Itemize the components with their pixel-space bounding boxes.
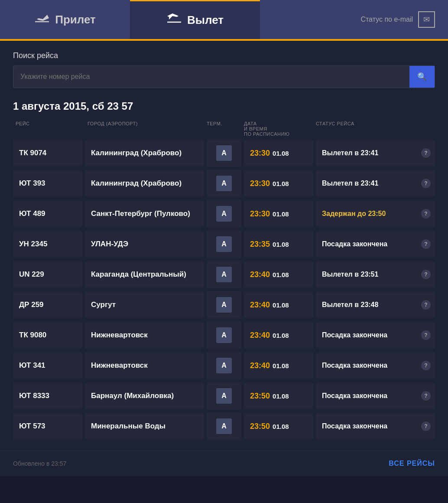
table-row[interactable]: ЮТ 393 Калининград (Храброво) A 23:30 01…: [13, 170, 435, 197]
status-question-icon[interactable]: ?: [421, 148, 431, 158]
table-row[interactable]: ТК 9080 Нижневартовск A 23:40 01.08 Поса…: [13, 321, 435, 349]
th-flight: РЕЙС: [16, 121, 85, 137]
table-headers: РЕЙС ГОРОД (АЭРОПОРТ) ТЕРМ. ДАТА И ВРЕМЯ…: [13, 121, 435, 139]
tab-departure[interactable]: Вылет: [130, 0, 260, 39]
flight-status: Вылетел в 23:48 ?: [316, 292, 435, 318]
tab-departure-label: Вылет: [187, 13, 224, 27]
flight-number: ЮТ 8333: [13, 383, 82, 409]
email-icon: ✉: [418, 11, 435, 28]
flight-city: Нижневартовск: [85, 322, 204, 348]
time-date: 01.08: [273, 332, 289, 339]
flight-terminal: A: [207, 170, 241, 197]
flight-status: Посадка закончена ?: [316, 383, 435, 409]
flight-terminal: A: [207, 382, 241, 410]
table-row[interactable]: UN 229 Караганда (Центральный) A 23:40 0…: [13, 261, 435, 288]
th-time: ДАТА И ВРЕМЯ по расписанию: [244, 121, 313, 137]
flight-number: УН 2345: [13, 231, 82, 257]
time-value: 23:30: [250, 209, 270, 219]
email-status[interactable]: Статус по e-mail ✉: [360, 0, 448, 39]
flight-status: Посадка закончена ?: [316, 413, 435, 439]
flight-city: Караганда (Центральный): [85, 261, 204, 287]
time-value: 23:40: [250, 361, 270, 370]
terminal-badge: A: [216, 388, 232, 404]
date-heading: 1 августа 2015, сб 23 57: [13, 100, 435, 112]
flight-number: ЮТ 393: [13, 170, 82, 196]
time-value: 23:40: [250, 331, 270, 340]
status-question-icon[interactable]: ?: [421, 239, 431, 249]
tab-arrival[interactable]: Прилет: [0, 0, 130, 39]
flight-number: ТК 9080: [13, 322, 82, 348]
flight-terminal: A: [207, 412, 241, 440]
table-row[interactable]: ЮТ 489 Санкт-Петербург (Пулково) A 23:30…: [13, 200, 435, 228]
flight-number: ДР 259: [13, 292, 82, 318]
table-row[interactable]: ЮТ 573 Минеральные Воды A 23:50 01.08 По…: [13, 412, 435, 440]
flight-status: Посадка закончена ?: [316, 231, 435, 257]
status-question-icon[interactable]: ?: [421, 391, 431, 401]
flight-number: ЮТ 341: [13, 353, 82, 379]
flight-terminal: A: [207, 352, 241, 379]
status-question-icon[interactable]: ?: [421, 361, 431, 370]
status-question-icon[interactable]: ?: [421, 421, 431, 431]
search-button[interactable]: 🔍: [409, 66, 435, 88]
time-date: 01.08: [273, 241, 289, 248]
flight-terminal: A: [207, 291, 241, 319]
flight-time: 23:40 01.08: [244, 353, 313, 379]
flight-time: 23:30 01.08: [244, 170, 313, 196]
time-value: 23:30: [250, 179, 270, 188]
status-question-icon[interactable]: ?: [421, 209, 431, 219]
flight-time: 23:40 01.08: [244, 322, 313, 348]
time-date: 01.08: [273, 392, 289, 400]
flight-number: ЮТ 573: [13, 413, 82, 439]
terminal-badge: A: [216, 176, 232, 191]
main-content: Поиск рейса 🔍 1 августа 2015, сб 23 57 Р…: [0, 41, 448, 451]
terminal-badge: A: [216, 267, 232, 282]
flight-city: Калининград (Храброво): [85, 170, 204, 196]
flight-city: Калининград (Храброво): [85, 140, 204, 166]
status-question-icon[interactable]: ?: [421, 179, 431, 188]
all-flights-button[interactable]: ВСЕ РЕЙСЫ: [389, 460, 435, 467]
table-row[interactable]: ЮТ 8333 Барнаул (Михайловка) A 23:50 01.…: [13, 382, 435, 410]
time-date: 01.08: [273, 210, 289, 218]
th-terminal: ТЕРМ.: [207, 121, 241, 137]
flight-terminal: A: [207, 200, 241, 228]
flight-terminal: A: [207, 230, 241, 258]
email-status-label: Статус по e-mail: [360, 16, 413, 23]
th-time-line3: по расписанию: [244, 131, 289, 137]
table-row[interactable]: ДР 259 Сургут A 23:40 01.08 Вылетел в 23…: [13, 291, 435, 319]
flight-status: Посадка закончена ?: [316, 322, 435, 348]
search-label: Поиск рейса: [13, 51, 435, 60]
status-question-icon[interactable]: ?: [421, 300, 431, 310]
flight-status: Задержан до 23:50 ?: [316, 201, 435, 227]
flight-terminal: A: [207, 139, 241, 167]
search-input[interactable]: [13, 67, 409, 87]
departure-icon: [166, 13, 182, 28]
table-row[interactable]: ТК 9074 Калининград (Храброво) A 23:30 0…: [13, 139, 435, 167]
table-row[interactable]: ЮТ 341 Нижневартовск A 23:40 01.08 Посад…: [13, 352, 435, 379]
terminal-badge: A: [216, 145, 232, 161]
terminal-badge: A: [216, 418, 232, 434]
status-question-icon[interactable]: ?: [421, 330, 431, 340]
flight-time: 23:50 01.08: [244, 383, 313, 409]
status-question-icon[interactable]: ?: [421, 270, 431, 279]
flight-status: Вылетел в 23:41 ?: [316, 170, 435, 196]
search-icon: 🔍: [417, 72, 427, 81]
time-value: 23:40: [250, 270, 270, 279]
th-time-line2: И ВРЕМЯ: [244, 126, 267, 131]
time-date: 01.08: [273, 362, 289, 369]
th-status: СТАТУС РЕЙСА: [316, 121, 432, 137]
terminal-badge: A: [216, 358, 232, 373]
footer: Обновлено в 23:57 ВСЕ РЕЙСЫ: [0, 451, 448, 476]
time-value: 23:35: [250, 240, 270, 249]
table-row[interactable]: УН 2345 УЛАН-УДЭ A 23:35 01.08 Посадка з…: [13, 230, 435, 258]
flight-number: UN 229: [13, 261, 82, 287]
flight-city: Барнаул (Михайловка): [85, 383, 204, 409]
flight-number: ТК 9074: [13, 140, 82, 166]
flight-time: 23:30 01.08: [244, 201, 313, 227]
tab-arrival-label: Прилет: [55, 13, 96, 26]
time-date: 01.08: [273, 301, 289, 309]
time-value: 23:50: [250, 422, 270, 431]
flight-city: Минеральные Воды: [85, 413, 204, 439]
time-value: 23:40: [250, 300, 270, 310]
flight-status: Вылетел в 23:41 ?: [316, 140, 435, 166]
flight-city: УЛАН-УДЭ: [85, 231, 204, 257]
